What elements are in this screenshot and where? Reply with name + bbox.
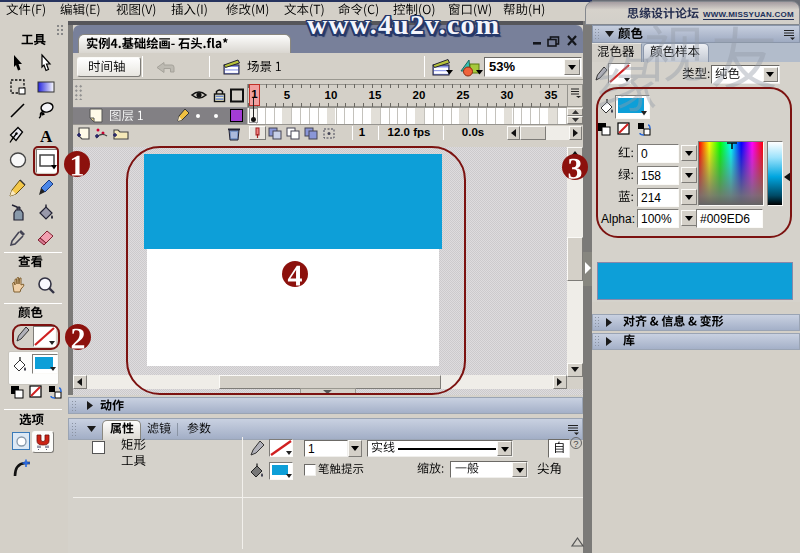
svg-text:A: A [40, 127, 53, 146]
